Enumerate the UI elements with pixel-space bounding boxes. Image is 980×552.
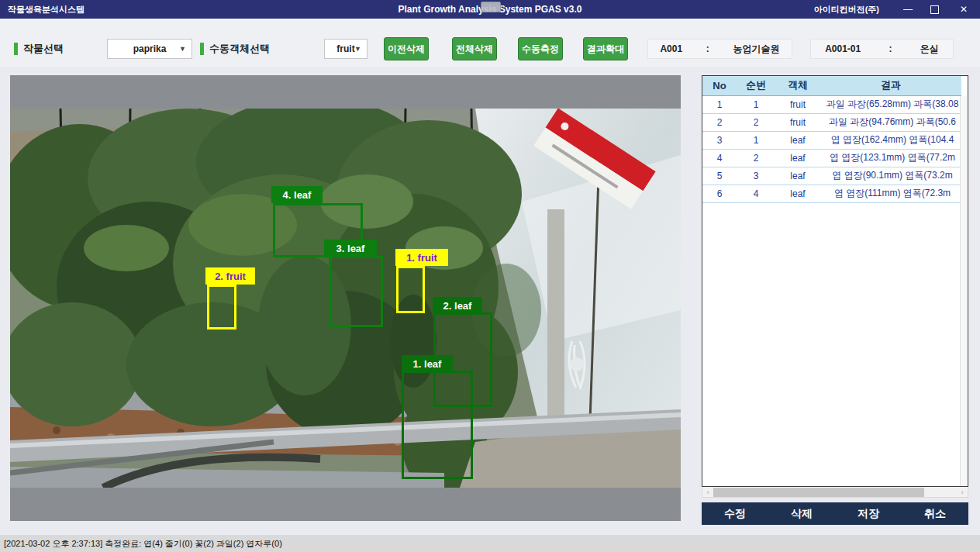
status-text: [2021-03-02 오후 2:37:13] 측정완료: 엽(4) 줄기(0)… [4,538,282,550]
cell-seq: 4 [737,185,775,202]
cell-object: leaf [775,149,820,167]
table-row[interactable]: 1 1 fruit 과일 과장(65.28mm) 과폭(38.08 [702,95,961,113]
cell-no: 1 [702,95,737,113]
site-name: 농업기술원 [733,43,780,56]
cell-no: 5 [702,167,737,185]
cell-result: 과일 과장(65.28mm) 과폭(38.08 [820,95,961,113]
action-bar: 수정 삭제 저장 취소 [702,502,968,525]
green-accent-icon [200,43,204,55]
maximize-icon [930,5,939,14]
annotation-label-2-fruit[interactable]: 2. fruit [205,267,255,285]
cell-result: 엽 엽장(111mm) 엽폭(72.3m [820,185,961,202]
cell-object: leaf [775,167,820,185]
scroll-right-icon[interactable]: › [957,488,968,497]
cell-seq: 1 [737,131,775,149]
company-label: 아이티컨버전(주) [814,4,879,16]
table-row[interactable]: 5 3 leaf 엽 엽장(90.1mm) 엽폭(73.2m [702,167,961,185]
table-row[interactable]: 4 2 leaf 엽 엽장(123.1mm) 엽폭(77.2m [702,149,961,167]
vertical-scrollbar[interactable] [960,96,967,487]
all-delete-button[interactable]: 전체삭제 [452,37,497,60]
annotation-label-1-leaf[interactable]: 1. leaf [402,355,453,372]
app-title: 작물생육분석시스템 [0,4,85,16]
photo-viewer: 4. leaf3. leaf1. fruit2. fruit2. leaf1. … [10,75,681,521]
results-column-header[interactable]: 결과 [820,76,961,95]
manual-measure-button[interactable]: 수동측정 [518,37,563,60]
chevron-down-icon: ▼ [179,45,186,53]
site-code: A001 [660,43,682,54]
cell-no: 3 [702,131,737,149]
cell-object: leaf [775,185,820,202]
cell-result: 엽 엽장(123.1mm) 엽폭(77.2m [820,149,961,167]
cell-result: 엽 엽장(90.1mm) 엽폭(73.2m [820,167,961,185]
chevron-down-icon: ▼ [354,45,361,53]
toolbar: 작물선택 paprika ▼ 수동객체선택 fruit ▼ 이전삭제 전체삭제 … [0,19,980,67]
room-name: 온실 [920,43,939,56]
annotation-label-1-fruit[interactable]: 1. fruit [395,249,448,266]
annotation-label-3-leaf[interactable]: 3. leaf [324,240,377,257]
table-row[interactable]: 3 1 leaf 엽 엽장(162.4mm) 엽폭(104.4 [702,131,961,149]
annotation-box-leaf[interactable] [402,371,473,479]
close-button[interactable]: ✕ [951,0,977,19]
site-code-box: A001 : 농업기술원 [647,39,792,59]
cell-seq: 3 [737,167,775,185]
room-code-box: A001-01 : 온실 [810,39,954,59]
results-header-row: No순번객체결과 [702,76,961,95]
window-preview-icon [481,2,501,12]
maximize-button[interactable] [921,0,947,19]
results-panel: No순번객체결과 1 1 fruit 과일 과장(65.28mm) 과폭(38.… [702,75,968,525]
annotation-overlay: 4. leaf3. leaf1. fruit2. fruit2. leaf1. … [10,75,681,521]
results-column-header[interactable]: No [702,76,737,95]
results-table: No순번객체결과 1 1 fruit 과일 과장(65.28mm) 과폭(38.… [702,75,968,487]
cell-object: fruit [775,113,820,131]
cell-no: 6 [702,185,737,202]
cell-no: 4 [702,149,737,167]
manual-object-label: 수동객체선택 [200,39,270,59]
scroll-left-icon[interactable]: ‹ [702,488,713,497]
results-column-header[interactable]: 순번 [737,76,775,95]
annotation-box-leaf[interactable] [329,256,383,327]
edit-button[interactable]: 수정 [702,502,768,525]
prev-delete-button[interactable]: 이전삭제 [384,37,429,60]
green-accent-icon [14,43,18,55]
object-select-value: fruit [336,43,354,54]
table-row[interactable]: 2 2 fruit 과일 과장(94.76mm) 과폭(50.6 [702,113,961,131]
result-zoom-button[interactable]: 결과확대 [583,37,628,60]
crop-select-label: 작물선택 [14,39,64,59]
cell-object: fruit [775,95,820,113]
room-colon: : [889,43,892,54]
object-select-dropdown[interactable]: fruit ▼ [324,39,368,59]
site-colon: : [706,43,709,54]
cell-object: leaf [775,131,820,149]
cancel-button[interactable]: 취소 [902,502,968,525]
annotation-label-4-leaf[interactable]: 4. leaf [271,186,323,203]
room-code: A001-01 [825,43,861,54]
annotation-label-2-leaf[interactable]: 2. leaf [433,297,482,314]
status-bar: [2021-03-02 오후 2:37:13] 측정완료: 엽(4) 줄기(0)… [0,535,980,552]
cell-seq: 1 [737,95,775,113]
crop-select-value: paprika [133,43,167,54]
scrollbar-thumb[interactable] [713,488,924,497]
annotation-box-fruit[interactable] [396,266,425,313]
cell-no: 2 [702,113,737,131]
cell-result: 과일 과장(94.76mm) 과폭(50.6 [820,113,961,131]
minimize-button[interactable]: — [895,0,921,19]
title-bar: 작물생육분석시스템 Plant Growth Analysis System P… [0,0,980,19]
cell-seq: 2 [737,113,775,131]
table-row[interactable]: 6 4 leaf 엽 엽장(111mm) 엽폭(72.3m [702,185,961,202]
save-button[interactable]: 저장 [835,502,902,525]
crop-select-dropdown[interactable]: paprika ▼ [107,39,192,59]
annotation-box-fruit[interactable] [207,285,236,329]
delete-button[interactable]: 삭제 [768,502,835,525]
horizontal-scrollbar: ‹ › [702,487,968,498]
cell-seq: 2 [737,149,775,167]
results-column-header[interactable]: 객체 [775,76,820,95]
cell-result: 엽 엽장(162.4mm) 엽폭(104.4 [820,131,961,149]
